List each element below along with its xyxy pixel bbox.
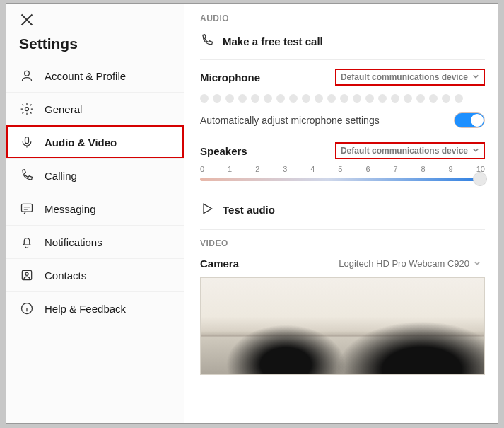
sidebar-item-notifications[interactable]: Notifications <box>6 225 184 258</box>
auto-adjust-microphone-row: Automatically adjust microphone settings <box>200 112 485 128</box>
auto-adjust-label: Automatically adjust microphone settings <box>200 115 380 126</box>
bell-icon <box>19 234 35 250</box>
speakers-device-value: Default communications device <box>341 146 468 156</box>
sidebar-item-account-profile[interactable]: Account & Profile <box>6 59 184 92</box>
microphone-icon <box>19 134 35 150</box>
section-label-video: VIDEO <box>200 238 485 248</box>
chat-icon <box>19 201 35 216</box>
phone-icon <box>19 168 35 183</box>
camera-label: Camera <box>200 258 239 270</box>
sidebar-title: Settings <box>6 34 184 59</box>
info-icon <box>19 301 35 316</box>
contacts-icon <box>19 267 35 283</box>
auto-adjust-toggle[interactable] <box>454 112 485 128</box>
microphone-level-meter <box>200 91 485 112</box>
slider-thumb[interactable] <box>473 172 487 186</box>
divider <box>200 229 485 230</box>
sidebar-item-contacts[interactable]: Contacts <box>6 258 184 291</box>
camera-row: Camera Logitech HD Pro Webcam C920 <box>200 255 485 272</box>
make-test-call-label: Make a free test call <box>223 35 323 47</box>
settings-sidebar: Settings Account & Profile General Audio… <box>6 4 184 423</box>
camera-device-value: Logitech HD Pro Webcam C920 <box>339 258 469 269</box>
sidebar-item-messaging[interactable]: Messaging <box>6 192 184 225</box>
microphone-device-dropdown[interactable]: Default communications device <box>335 69 485 86</box>
sidebar-item-calling[interactable]: Calling <box>6 158 184 192</box>
svg-rect-3 <box>22 204 33 212</box>
person-icon <box>19 68 35 83</box>
toggle-knob <box>471 114 484 127</box>
speakers-volume-slider[interactable]: 0 1 2 3 4 5 6 7 8 9 10 <box>200 165 485 196</box>
camera-preview <box>200 277 485 375</box>
test-audio-button[interactable]: Test audio <box>200 199 485 229</box>
test-audio-label: Test audio <box>223 204 275 216</box>
sidebar-item-label: Messaging <box>45 203 96 215</box>
settings-panel: AUDIO Make a free test call Microphone D… <box>184 4 498 423</box>
sidebar-item-label: Help & Feedback <box>45 303 126 315</box>
phone-icon <box>200 33 214 50</box>
svg-point-0 <box>25 71 30 76</box>
sidebar-item-label: Calling <box>45 170 77 182</box>
slider-track <box>200 178 485 181</box>
sidebar-item-label: Audio & Video <box>45 137 117 149</box>
chevron-down-icon <box>474 258 481 269</box>
sidebar-item-general[interactable]: General <box>6 92 184 125</box>
svg-point-1 <box>25 108 29 111</box>
camera-device-dropdown[interactable]: Logitech HD Pro Webcam C920 <box>334 255 485 272</box>
svg-rect-2 <box>25 137 29 144</box>
svg-point-5 <box>25 272 28 275</box>
gear-icon <box>19 101 35 117</box>
sidebar-item-label: Contacts <box>45 270 86 282</box>
sidebar-item-label: Account & Profile <box>45 70 126 82</box>
chevron-down-icon <box>472 146 479 156</box>
sidebar-nav: Account & Profile General Audio & Video … <box>6 59 184 325</box>
speakers-device-dropdown[interactable]: Default communications device <box>335 142 485 159</box>
speakers-label: Speakers <box>200 145 247 157</box>
sidebar-item-help-feedback[interactable]: Help & Feedback <box>6 291 184 325</box>
slider-ticks: 0 1 2 3 4 5 6 7 8 9 10 <box>200 165 485 173</box>
close-button[interactable] <box>6 4 184 34</box>
make-test-call-button[interactable]: Make a free test call <box>200 30 485 59</box>
sidebar-item-label: General <box>45 103 82 115</box>
microphone-row: Microphone Default communications device <box>200 69 485 86</box>
settings-window: Settings Account & Profile General Audio… <box>6 3 498 424</box>
microphone-label: Microphone <box>200 71 260 83</box>
close-icon <box>19 12 35 28</box>
divider <box>200 59 485 60</box>
chevron-down-icon <box>472 72 479 82</box>
sidebar-item-label: Notifications <box>45 236 102 248</box>
play-icon <box>200 202 214 218</box>
microphone-device-value: Default communications device <box>341 72 468 82</box>
section-label-audio: AUDIO <box>200 13 485 23</box>
speakers-row: Speakers Default communications device <box>200 142 485 159</box>
sidebar-item-audio-video[interactable]: Audio & Video <box>6 125 184 158</box>
